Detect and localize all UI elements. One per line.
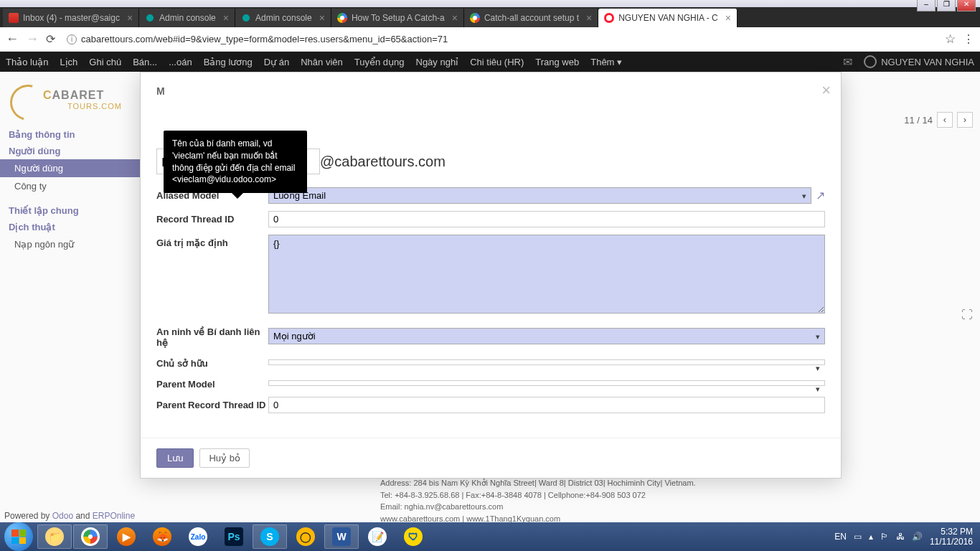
label-default-values: Giá trị mặc định (156, 235, 268, 248)
tray-clock[interactable]: 5:32 PM 11/11/2016 (930, 527, 973, 547)
window-maximize-button[interactable]: ❐ (937, 0, 956, 11)
sidebar-item-users[interactable]: Người dùng (0, 159, 140, 177)
user-name-label: NGUYEN VAN NGHIA (881, 57, 974, 67)
menu-item[interactable]: Bán... (133, 57, 157, 67)
label-alias-security: An ninh về Bí danh liên hệ (156, 324, 268, 348)
alias-tooltip: Tên của bí danh email, vd 'vieclam' nếu … (164, 131, 307, 193)
menu-item[interactable]: Trang web (535, 57, 579, 67)
close-icon[interactable]: × (452, 12, 458, 24)
external-link-icon[interactable]: ↗ (816, 189, 825, 202)
odoo-link[interactable]: Odoo (52, 511, 73, 521)
save-button[interactable]: Lưu (156, 448, 194, 468)
expand-icon[interactable]: ⛶ (961, 309, 973, 321)
taskbar-app[interactable]: ◯ (288, 524, 323, 549)
menu-item[interactable]: Lịch (60, 57, 77, 67)
reload-button[interactable]: ⟳ (46, 32, 55, 46)
menu-item[interactable]: Nhân viên (301, 57, 343, 67)
record-thread-id-input[interactable] (268, 211, 825, 227)
aliased-model-select[interactable]: Luồng Email▾ (268, 187, 811, 204)
taskbar-uac[interactable]: 🛡 (396, 524, 430, 549)
cancel-button[interactable]: Huỷ bỏ (199, 448, 249, 468)
alias-security-select[interactable]: Mọi người▾ (268, 328, 825, 344)
sidebar-item-load-language[interactable]: Nạp ngôn ngữ (0, 235, 140, 253)
bookmark-icon[interactable]: ☆ (945, 32, 956, 47)
close-icon[interactable]: × (319, 12, 325, 24)
google-icon (337, 13, 347, 23)
menu-item[interactable]: Dự án (264, 57, 289, 67)
close-icon[interactable]: × (127, 12, 133, 24)
close-icon[interactable]: × (223, 12, 229, 24)
app-main-menu: Thảo luận Lịch Ghi chú Bán... ...oán Bản… (0, 52, 980, 72)
menu-item[interactable]: ...oán (169, 57, 192, 67)
browser-tab-active[interactable]: NGUYEN VAN NGHIA - C× (598, 9, 738, 27)
browser-tab[interactable]: Admin console× (235, 9, 331, 27)
taskbar-word[interactable]: W (324, 524, 359, 549)
tray-flag-icon[interactable]: 🏳 (880, 532, 889, 542)
tray-lang[interactable]: EN (834, 532, 847, 542)
label-record-thread-id: Record Thread ID (156, 211, 268, 225)
owner-select[interactable]: ▾ (268, 359, 825, 365)
google-icon (470, 13, 480, 23)
back-button[interactable]: ← (6, 32, 19, 47)
sidebar-header-dashboard[interactable]: Bảng thông tin (0, 126, 140, 143)
default-values-textarea[interactable]: {} (268, 235, 825, 314)
taskbar-explorer[interactable]: 📁 (37, 524, 72, 549)
menu-item[interactable]: Ghi chú (89, 57, 121, 67)
browser-tab[interactable]: Admin console× (139, 9, 235, 27)
tray-ime-icon[interactable]: ▭ (854, 532, 862, 542)
address-bar[interactable]: i cabarettours.com/web#id=9&view_type=fo… (62, 31, 938, 47)
parent-model-select[interactable]: ▾ (268, 380, 825, 386)
browser-toolbar: ← → ⟳ i cabarettours.com/web#id=9&view_t… (0, 27, 980, 52)
taskbar-wmp[interactable]: ▶ (109, 524, 143, 549)
sidebar: CABARET TOURS.COM Bảng thông tin Người d… (0, 72, 140, 253)
close-icon[interactable]: × (586, 12, 592, 24)
taskbar-zalo[interactable]: Zalo (181, 524, 215, 549)
tray-show-hidden-icon[interactable]: ▴ (869, 532, 873, 542)
pager-prev-button[interactable]: ‹ (937, 112, 953, 128)
menu-item[interactable]: Tuyển dụng (354, 57, 405, 67)
sidebar-header-general[interactable]: Thiết lập chung (0, 202, 140, 219)
tray-network-icon[interactable]: 🖧 (896, 532, 905, 542)
odoo-icon (145, 13, 155, 23)
taskbar-skype[interactable]: S (253, 524, 287, 549)
opera-icon (604, 13, 614, 23)
menu-item[interactable]: Ngày nghỉ (416, 57, 459, 67)
pager-text: 11 / 14 (904, 115, 933, 126)
forward-button[interactable]: → (26, 32, 39, 47)
tray-volume-icon[interactable]: 🔊 (912, 532, 923, 542)
window-minimize-button[interactable]: – (917, 0, 936, 11)
sidebar-item-company[interactable]: Công ty (0, 177, 140, 195)
pager-next-button[interactable]: › (957, 112, 973, 128)
menu-item-more[interactable]: Thêm ▾ (590, 57, 622, 67)
browser-tab[interactable]: Inbox (4) - master@saigc× (3, 9, 139, 27)
dialog-title-prefix: M (156, 85, 825, 97)
user-menu[interactable]: NGUYEN VAN NGHIA (864, 55, 974, 68)
parent-thread-id-input[interactable] (268, 397, 825, 413)
close-icon[interactable]: × (725, 12, 731, 24)
menu-item[interactable]: Thảo luận (6, 57, 48, 67)
taskbar-photoshop[interactable]: Ps (217, 524, 251, 549)
menu-item[interactable]: Bảng lương (204, 57, 253, 67)
sidebar-header-users[interactable]: Người dùng (0, 143, 140, 159)
odoo-icon (241, 13, 251, 23)
chevron-down-icon: ▾ (816, 364, 820, 373)
brand-logo[interactable]: CABARET TOURS.COM (0, 79, 140, 125)
window-close-button[interactable]: ✕ (957, 0, 976, 11)
browser-tab[interactable]: Catch-all account setup t× (464, 9, 598, 27)
browser-tab[interactable]: How To Setup A Catch-a× (331, 9, 464, 27)
sidebar-header-translation[interactable]: Dịch thuật (0, 219, 140, 235)
chevron-down-icon: ▾ (816, 385, 820, 394)
taskbar-notepad[interactable]: 📝 (360, 524, 395, 549)
messages-icon[interactable]: ✉ (843, 55, 852, 69)
menu-item[interactable]: Chi tiêu (HR) (470, 57, 524, 67)
label-parent-model: Parent Model (156, 376, 268, 390)
taskbar-firefox[interactable]: 🦊 (145, 524, 179, 549)
start-button[interactable] (4, 522, 33, 551)
browser-menu-icon[interactable]: ⋮ (963, 32, 974, 46)
logo-c-icon (10, 85, 44, 119)
taskbar-chrome[interactable] (73, 524, 108, 549)
dialog-close-button[interactable]: × (821, 81, 831, 100)
erponline-link[interactable]: ERPOnline (93, 511, 135, 521)
record-pager: 11 / 14 ‹ › (904, 112, 973, 128)
site-info-icon[interactable]: i (67, 34, 77, 44)
